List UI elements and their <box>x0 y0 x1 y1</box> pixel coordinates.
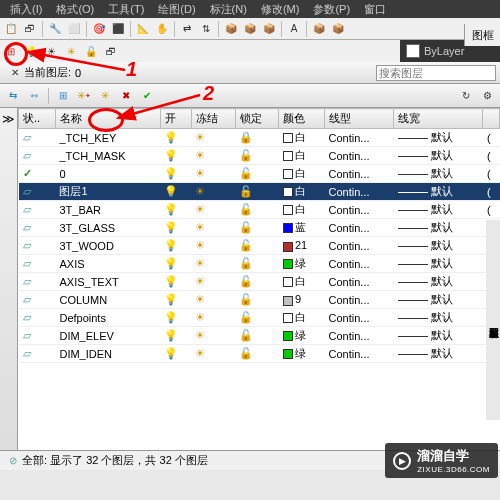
sun-icon[interactable]: ☀ <box>195 329 205 341</box>
tool-icon[interactable]: 🎯 <box>90 20 108 38</box>
lock-icon[interactable]: 🔓 <box>239 275 253 287</box>
bulb-icon[interactable]: 💡 <box>164 167 178 179</box>
color-swatch[interactable] <box>283 133 293 143</box>
bulb-icon[interactable]: 💡 <box>164 239 178 251</box>
column-header[interactable]: 颜色 <box>279 109 325 129</box>
column-header[interactable]: 开 <box>160 109 191 129</box>
search-input[interactable] <box>376 65 496 81</box>
sun-icon[interactable]: ☀ <box>195 185 205 197</box>
color-swatch[interactable] <box>283 205 293 215</box>
lock-icon[interactable]: 🔓 <box>239 149 253 161</box>
table-row[interactable]: ▱图层1💡☀🔓白Contin...默认( <box>19 183 500 201</box>
table-row[interactable]: ▱AXIS💡☀🔓绿Contin...默认( <box>19 255 500 273</box>
sun-icon[interactable]: ☀ <box>195 131 205 143</box>
close-icon[interactable]: ✕ <box>6 64 24 82</box>
table-row[interactable]: ▱AXIS_TEXT💡☀🔓白Contin...默认( <box>19 273 500 291</box>
color-swatch[interactable] <box>283 277 293 287</box>
status-icon[interactable]: ⊘ <box>4 452 22 470</box>
lock-icon[interactable]: 🔓 <box>239 167 253 179</box>
tool-icon[interactable]: 📦 <box>310 20 328 38</box>
color-swatch[interactable] <box>283 313 293 323</box>
table-row[interactable]: ✓0💡☀🔓白Contin...默认( <box>19 165 500 183</box>
bulb-icon[interactable]: 💡 <box>22 42 40 60</box>
tool-icon[interactable]: 📦 <box>329 20 347 38</box>
tool-icon[interactable]: 📦 <box>241 20 259 38</box>
column-header[interactable] <box>483 109 500 129</box>
bulb-icon[interactable]: 💡 <box>164 293 178 305</box>
table-row[interactable]: ▱DIM_ELEV💡☀🔓绿Contin...默认( <box>19 327 500 345</box>
table-row[interactable]: ▱DIM_IDEN💡☀🔓绿Contin...默认( <box>19 345 500 363</box>
star-icon[interactable]: ✳ <box>62 42 80 60</box>
lock-icon[interactable]: 🔓 <box>239 311 253 323</box>
lock-icon[interactable]: 🔓 <box>239 221 253 233</box>
menu-format[interactable]: 格式(O) <box>50 2 100 16</box>
tool-icon[interactable]: ⬛ <box>109 20 127 38</box>
table-row[interactable]: ▱Defpoints💡☀🔓白Contin...默认( <box>19 309 500 327</box>
menu-modify[interactable]: 修改(M) <box>255 2 306 16</box>
new-layer-freeze-icon[interactable]: ✳ <box>96 87 114 105</box>
sun-icon[interactable]: ☀ <box>195 149 205 161</box>
window-icon[interactable]: 🗗 <box>102 42 120 60</box>
tool-icon[interactable]: 📦 <box>260 20 278 38</box>
sun-icon[interactable]: ☀ <box>195 203 205 215</box>
menu-window[interactable]: 窗口 <box>358 2 392 16</box>
lock-icon[interactable]: 🔓 <box>239 185 253 197</box>
tool-icon[interactable]: ✋ <box>153 20 171 38</box>
menu-draw[interactable]: 绘图(D) <box>152 2 201 16</box>
sun-icon[interactable]: ☀ <box>195 257 205 269</box>
sun-icon[interactable]: ☀ <box>195 221 205 233</box>
tool-icon[interactable]: 📋 <box>2 20 20 38</box>
bulb-icon[interactable]: 💡 <box>164 257 178 269</box>
lock-icon[interactable]: 🔓 <box>239 239 253 251</box>
bulb-icon[interactable]: 💡 <box>164 131 178 143</box>
sun-icon[interactable]: ☀ <box>195 167 205 179</box>
tool-icon[interactable]: 📐 <box>134 20 152 38</box>
menu-insert[interactable]: 插入(I) <box>4 2 48 16</box>
new-layer-icon[interactable]: ✳✦ <box>75 87 93 105</box>
tool-icon[interactable]: A <box>285 20 303 38</box>
column-header[interactable]: 线型 <box>325 109 394 129</box>
color-swatch[interactable] <box>283 223 293 233</box>
bulb-icon[interactable]: 💡 <box>164 221 178 233</box>
bulb-icon[interactable]: 💡 <box>164 185 178 197</box>
column-header[interactable]: 名称 <box>55 109 160 129</box>
lock-icon[interactable]: 🔓 <box>239 257 253 269</box>
color-swatch[interactable] <box>283 242 293 252</box>
bulb-icon[interactable]: 💡 <box>164 329 178 341</box>
color-swatch[interactable] <box>283 151 293 161</box>
right-label[interactable]: 图框 <box>464 24 500 46</box>
sun-icon[interactable]: ☀ <box>195 239 205 251</box>
color-swatch[interactable] <box>283 187 293 197</box>
menu-param[interactable]: 参数(P) <box>307 2 356 16</box>
lock-icon[interactable]: 🔒 <box>239 131 253 143</box>
tool-icon[interactable]: ⇅ <box>197 20 215 38</box>
column-header[interactable]: 锁定 <box>235 109 279 129</box>
set-current-icon[interactable]: ✔ <box>138 87 156 105</box>
column-header[interactable]: 线宽 <box>394 109 483 129</box>
column-header[interactable]: 状.. <box>19 109 56 129</box>
sun-icon[interactable]: ☀ <box>42 42 60 60</box>
tool-icon[interactable]: 🔧 <box>46 20 64 38</box>
color-swatch[interactable] <box>283 296 293 306</box>
sun-icon[interactable]: ☀ <box>195 293 205 305</box>
color-swatch[interactable] <box>283 169 293 179</box>
settings-icon[interactable]: ⚙ <box>478 87 496 105</box>
unlock-icon[interactable]: 🔓 <box>82 42 100 60</box>
sun-icon[interactable]: ☀ <box>195 275 205 287</box>
lock-icon[interactable]: 🔓 <box>239 329 253 341</box>
sun-icon[interactable]: ☀ <box>195 347 205 359</box>
grid-icon[interactable]: ⊞ <box>54 87 72 105</box>
color-swatch[interactable] <box>283 331 293 341</box>
bulb-icon[interactable]: 💡 <box>164 347 178 359</box>
delete-layer-icon[interactable]: ✖ <box>117 87 135 105</box>
table-row[interactable]: ▱_TCH_MASK💡☀🔓白Contin...默认( <box>19 147 500 165</box>
filter-icon[interactable]: ⇆ <box>4 87 22 105</box>
bulb-icon[interactable]: 💡 <box>164 203 178 215</box>
table-row[interactable]: ▱3T_BAR💡☀🔓白Contin...默认( <box>19 201 500 219</box>
layer-properties-icon[interactable]: ⊞ <box>2 42 20 60</box>
lock-icon[interactable]: 🔓 <box>239 203 253 215</box>
tool-icon[interactable]: ⇄ <box>178 20 196 38</box>
filter-icon[interactable]: ⇿ <box>25 87 43 105</box>
bulb-icon[interactable]: 💡 <box>164 311 178 323</box>
menu-dimension[interactable]: 标注(N) <box>204 2 253 16</box>
